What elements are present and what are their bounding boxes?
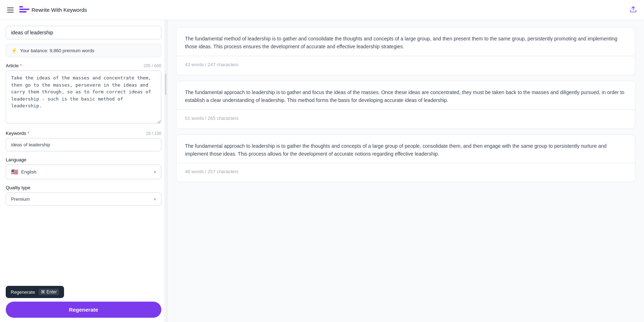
left-scroll-area: ⚡ Your balance: 9,860 premium words Arti… xyxy=(0,20,167,322)
lightning-icon: ⚡ xyxy=(11,48,17,53)
quality-selected: Premium xyxy=(11,196,30,202)
keywords-label-row: Keywords * 19 / 100 xyxy=(6,131,161,136)
tooltip-bar: Regenerate ⌘ Enter xyxy=(6,286,64,298)
left-panel: ⚡ Your balance: 9,860 premium words Arti… xyxy=(0,20,167,322)
keywords-wrapper: Keywords * 19 / 100 xyxy=(6,131,161,151)
quality-label: Quality type xyxy=(6,185,161,190)
result-divider-3 xyxy=(176,163,635,163)
app-title: Rewrite With Keywords xyxy=(31,7,87,13)
result-meta-3: 46 words / 257 characters xyxy=(185,169,239,174)
article-char-count: 205 / 600 xyxy=(143,63,161,68)
result-card-1: The fundamental method of leadership is … xyxy=(176,27,635,75)
keywords-char-count: 19 / 100 xyxy=(146,131,161,136)
main-layout: ⚡ Your balance: 9,860 premium words Arti… xyxy=(0,20,644,322)
export-button[interactable] xyxy=(628,4,638,15)
keyboard-shortcut: ⌘ Enter xyxy=(39,289,59,295)
quality-dropdown[interactable]: Premium ▾ xyxy=(6,192,161,206)
svg-rect-1 xyxy=(19,9,29,10)
quality-dropdown-left: Premium xyxy=(11,196,30,202)
article-wrapper: Take the ideas of the masses and concent… xyxy=(6,70,161,125)
left-scrollbar[interactable] xyxy=(164,20,167,322)
scrollbar-thumb xyxy=(165,74,166,95)
header-left: Rewrite With Keywords xyxy=(6,6,87,14)
keywords-input[interactable] xyxy=(6,138,161,151)
balance-box: ⚡ Your balance: 9,860 premium words xyxy=(6,44,161,57)
language-flag: 🇺🇸 xyxy=(11,169,18,175)
result-card-2: The fundamental approach to leadership i… xyxy=(176,81,635,129)
result-meta-1: 43 words / 247 characters xyxy=(185,62,239,67)
result-meta-2: 51 words / 265 characters xyxy=(185,116,239,121)
result-text-2: The fundamental approach to leadership i… xyxy=(185,88,626,104)
result-divider-1 xyxy=(176,56,635,56)
bottom-area: Regenerate ⌘ Enter Regenerate xyxy=(0,282,167,322)
svg-rect-2 xyxy=(19,11,26,13)
resize-handle: ⤡ xyxy=(157,121,161,125)
right-panel: The fundamental method of leadership is … xyxy=(167,20,644,322)
result-text-1: The fundamental method of leadership is … xyxy=(185,35,626,51)
quality-section: Quality type Premium ▾ xyxy=(6,185,161,206)
regenerate-button[interactable]: Regenerate xyxy=(6,302,161,318)
result-card-3: The fundamental approach to leadership i… xyxy=(176,135,635,182)
shortcut-key: Enter xyxy=(47,289,57,294)
shortcut-symbol: ⌘ xyxy=(41,289,45,294)
language-dropdown[interactable]: 🇺🇸 English ▾ xyxy=(6,165,161,179)
language-label: Language xyxy=(6,157,161,162)
article-required: * xyxy=(19,63,22,68)
svg-rect-0 xyxy=(19,6,23,8)
language-chevron-icon: ▾ xyxy=(154,170,156,175)
language-section: Language 🇺🇸 English ▾ xyxy=(6,157,161,179)
keywords-label: Keywords * xyxy=(6,131,29,136)
logo-area: Rewrite With Keywords xyxy=(19,6,87,14)
tooltip-label: Regenerate xyxy=(11,289,35,295)
title-input[interactable] xyxy=(6,26,161,39)
result-divider-2 xyxy=(176,109,635,110)
article-textarea[interactable]: Take the ideas of the masses and concent… xyxy=(6,70,161,123)
article-label: Article * xyxy=(6,63,22,68)
export-icon xyxy=(630,6,637,13)
app-header: Rewrite With Keywords xyxy=(0,0,644,20)
result-text-3: The fundamental approach to leadership i… xyxy=(185,142,626,158)
language-selected: English xyxy=(21,169,36,175)
article-label-row: Article * 205 / 600 xyxy=(6,63,161,68)
logo-icon xyxy=(19,6,29,14)
quality-chevron-icon: ▾ xyxy=(154,197,156,202)
keywords-required: * xyxy=(26,131,29,136)
menu-button[interactable] xyxy=(6,6,15,14)
title-input-wrapper xyxy=(6,26,161,39)
language-dropdown-left: 🇺🇸 English xyxy=(11,169,36,175)
balance-text: Your balance: 9,860 premium words xyxy=(20,48,94,53)
